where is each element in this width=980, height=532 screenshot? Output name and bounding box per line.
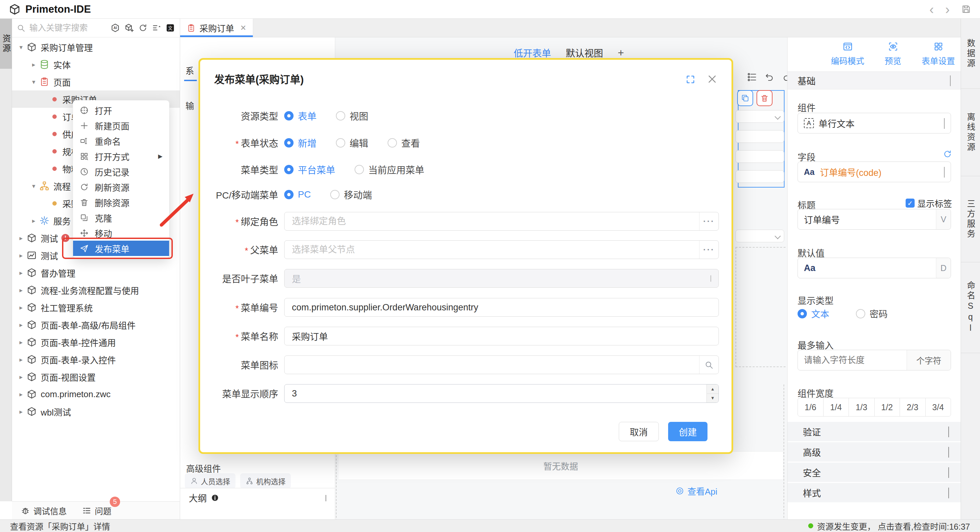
menu-name-input[interactable] [285,331,719,341]
menu-item-clone[interactable]: 克隆 [73,210,169,225]
radio-pc[interactable]: PC [284,189,311,200]
width-option[interactable]: 2/3 [900,398,926,416]
tree-item[interactable]: ▾采购订单管理 [12,38,180,56]
expander-icon[interactable]: ▸ [29,61,39,68]
bind-role-input[interactable] [285,216,699,227]
rail-tab-third-party-services[interactable]: 三方服务 [961,176,980,262]
expander-icon[interactable]: ▸ [16,390,26,398]
ai-icon[interactable] [110,23,120,33]
menu-item-delete-resource[interactable]: 删除资源 [73,194,169,210]
nav-back-icon[interactable]: ‹ [929,3,934,16]
variable-addon[interactable]: V [936,209,951,229]
expander-icon[interactable]: ▸ [16,338,26,346]
menu-icon-input[interactable] [285,360,699,370]
menu-item-history[interactable]: 历史记录 [73,164,169,179]
tree-item[interactable]: ▾页面 [12,73,180,91]
menu-order-input[interactable] [285,389,706,399]
refresh-icon[interactable] [138,23,148,32]
menu-code-input[interactable] [285,303,719,313]
ellipsis-button[interactable]: ··· [699,241,719,259]
create-button[interactable]: 创建 [668,422,708,441]
expander-icon[interactable]: ▸ [16,408,26,416]
translate-icon[interactable] [165,23,175,33]
radio-mobile[interactable]: 移动端 [330,188,372,201]
canvas-field-partial[interactable] [735,170,784,183]
debug-info-button[interactable]: 调试信息 [21,505,67,517]
canvas-field-partial[interactable] [735,110,784,123]
save-icon[interactable] [961,4,971,14]
fullscreen-icon[interactable] [686,75,695,84]
tree-list-icon[interactable] [747,72,757,82]
nav-forward-icon[interactable]: › [945,3,950,16]
tree-item[interactable]: ▸页面-表单-录入控件 [12,351,180,368]
expander-icon[interactable]: ▸ [16,304,26,311]
tree-item[interactable]: ▸com.primeton.zwc [12,385,180,403]
icon-search-button[interactable] [699,356,719,374]
width-option[interactable]: 1/2 [875,398,900,416]
width-option[interactable]: 1/6 [798,398,824,416]
tree-item[interactable]: ▸社工管理系统 [12,299,180,316]
section-header-basic[interactable]: 基础 [788,72,961,89]
radio-readonly[interactable]: 查看 [388,136,420,150]
spinner-up-icon[interactable]: ▲ [707,384,719,394]
expander-icon[interactable]: ▾ [29,182,39,190]
view-api-link[interactable]: 查看Api [675,484,718,497]
radio-new[interactable]: 新增 [284,136,317,150]
max-length-input[interactable] [798,355,907,365]
radio-option-text[interactable]: 文本 [797,307,829,320]
accordion-security[interactable]: 安全 [788,463,961,482]
show-label-checkbox-row[interactable]: ✓ 显示标签 [905,197,952,209]
expander-icon[interactable]: ▸ [16,356,26,363]
menu-item-rename[interactable]: 重命名 [73,133,169,148]
status-right-text[interactable]: 资源发生变更， 点击查看,检查时间:16:37 [817,520,970,532]
accordion-advanced[interactable]: 高级 [788,442,961,462]
editor-tab-active[interactable]: 采购订单 ✕ [180,19,253,37]
expander-icon[interactable]: ▸ [16,269,26,277]
canvas-field-partial[interactable] [735,229,784,242]
close-tab-icon[interactable]: ✕ [240,24,246,32]
refresh-field-icon[interactable] [943,150,952,159]
palette-item-org-select[interactable]: 机构选择 [240,473,291,489]
form-settings-button[interactable]: 表单设置 [919,41,958,67]
rail-tab-offline-resources[interactable]: 离线资源 [961,89,980,176]
expander-icon[interactable]: ▸ [16,321,26,329]
menu-item-open[interactable]: 打开 [73,102,169,118]
menu-item-open-with[interactable]: 打开方式▶ [73,148,169,164]
tab-default-view[interactable]: 默认视图 [566,46,603,59]
delete-component-button[interactable] [757,90,773,106]
menu-item-refresh-resource[interactable]: 刷新资源 [73,179,169,194]
expander-icon[interactable]: ▸ [29,217,39,225]
code-mode-button[interactable]: 编码模式 [828,41,867,67]
preview-button[interactable]: 预览 [873,41,913,67]
rail-tab-named-sql[interactable]: 命名Sql [961,262,980,353]
expander-icon[interactable]: ▸ [16,252,26,259]
tree-item[interactable]: ▸实体 [12,56,180,73]
expander-icon[interactable]: ▸ [16,373,26,381]
radio-form[interactable]: 表单 [284,109,317,123]
component-select[interactable]: A 单行文本 [797,113,951,134]
rail-tab-resources[interactable]: 资源 [0,19,12,69]
expander-icon[interactable]: ▸ [16,234,26,242]
problems-button[interactable]: 问题 5 [82,505,111,517]
tree-item[interactable]: ▸页面-表单-控件通用 [12,333,180,351]
canvas-field-partial[interactable] [735,150,784,163]
radio-current-app-menu[interactable]: 当前应用菜单 [355,163,424,176]
width-option[interactable]: 3/4 [926,398,951,416]
dynamic-addon[interactable]: D [936,258,951,278]
cancel-button[interactable]: 取消 [619,422,659,441]
copy-component-button[interactable] [737,90,753,106]
radio-option-password[interactable]: 密码 [856,307,888,320]
search-input[interactable] [29,23,107,33]
field-select[interactable]: Aa 订单编号(code) [797,161,951,182]
title-input[interactable]: 订单编号 V [797,209,951,229]
width-option[interactable]: 1/4 [824,398,849,416]
tree-item[interactable]: ▸wbl测试 [12,403,180,420]
new-module-icon[interactable] [124,23,134,33]
checkbox-checked-icon[interactable]: ✓ [905,199,915,208]
spinner-down-icon[interactable]: ▼ [707,394,719,403]
expander-icon[interactable]: ▾ [16,43,26,51]
palette-tab[interactable]: 系 [185,64,194,76]
outline-bar[interactable]: 大纲 [180,488,335,507]
accordion-style[interactable]: 样式 [788,483,961,502]
width-option[interactable]: 1/3 [849,398,875,416]
